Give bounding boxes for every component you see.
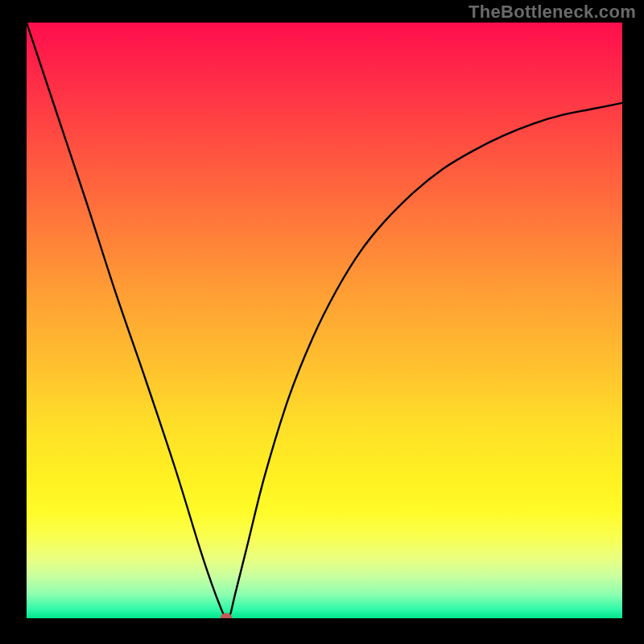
bottleneck-curve: [27, 23, 622, 616]
watermark-text: TheBottleneck.com: [469, 2, 636, 23]
plot-area: [27, 23, 622, 618]
chart-container: TheBottleneck.com: [0, 0, 644, 644]
optimum-marker: [221, 613, 232, 618]
curve-layer: [27, 23, 622, 618]
